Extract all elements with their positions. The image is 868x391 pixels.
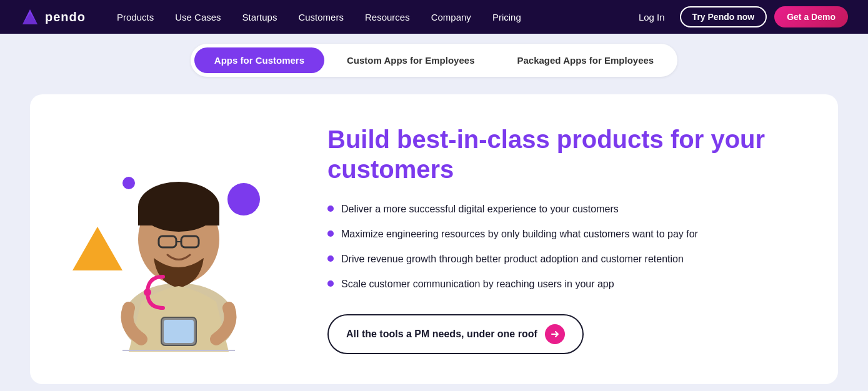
bullet-text-3: Drive revenue growth through better prod… <box>341 252 684 267</box>
tab-packaged-apps-employees[interactable]: Packaged Apps for Employees <box>497 47 674 73</box>
circle-purple-shape <box>227 183 260 215</box>
nav-company[interactable]: Company <box>422 8 480 26</box>
illustration-side <box>60 127 297 352</box>
arc-shape <box>141 270 185 314</box>
bullet-dot-1 <box>327 205 334 212</box>
bullet-list: Deliver a more successful digital experi… <box>327 202 798 292</box>
svg-rect-11 <box>164 320 194 343</box>
cta-arrow-icon <box>545 324 565 344</box>
nav-customers[interactable]: Customers <box>289 8 352 26</box>
bullet-text-4: Scale customer communication by reaching… <box>341 277 614 292</box>
bullet-text-1: Deliver a more successful digital experi… <box>341 202 619 217</box>
nav-startups[interactable]: Startups <box>234 8 286 26</box>
bullet-text-2: Maximize engineering resources by only b… <box>341 227 698 242</box>
try-pendo-button[interactable]: Try Pendo now <box>680 6 767 27</box>
navbar: pendo Products Use Cases Startups Custom… <box>0 0 868 34</box>
content-card: Build best-in-class products for your cu… <box>30 94 838 384</box>
bullet-item-1: Deliver a more successful digital experi… <box>327 202 798 217</box>
nav-resources[interactable]: Resources <box>356 8 419 26</box>
tab-custom-apps-employees[interactable]: Custom Apps for Employees <box>327 47 494 73</box>
nav-actions: Log In Try Pendo now Get a Demo <box>631 6 848 27</box>
svg-rect-6 <box>138 207 219 225</box>
logo[interactable]: pendo <box>20 7 86 27</box>
bullet-item-2: Maximize engineering resources by only b… <box>327 227 798 242</box>
small-circle-shape <box>122 177 135 189</box>
bullet-dot-2 <box>327 230 334 237</box>
tab-apps-customers[interactable]: Apps for Customers <box>194 47 324 73</box>
bullet-item-3: Drive revenue growth through better prod… <box>327 252 798 267</box>
tab-bar: Apps for Customers Custom Apps for Emplo… <box>0 34 868 77</box>
get-demo-button[interactable]: Get a Demo <box>774 6 848 27</box>
login-button[interactable]: Log In <box>631 8 672 26</box>
nav-pricing[interactable]: Pricing <box>484 8 530 26</box>
bullet-dot-4 <box>327 280 334 287</box>
nav-products[interactable]: Products <box>108 8 162 26</box>
svg-marker-1 <box>22 13 37 24</box>
triangle-shape <box>72 227 122 270</box>
nav-items: Products Use Cases Startups Customers Re… <box>108 8 631 26</box>
bullet-dot-3 <box>327 255 334 262</box>
bullet-item-4: Scale customer communication by reaching… <box>327 277 798 292</box>
tab-container: Apps for Customers Custom Apps for Emplo… <box>191 44 677 77</box>
cta-label: All the tools a PM needs, under one roof <box>346 329 537 340</box>
hero-title: Build best-in-class products for your cu… <box>327 124 798 184</box>
nav-use-cases[interactable]: Use Cases <box>166 8 229 26</box>
logo-text: pendo <box>45 10 86 24</box>
cta-button[interactable]: All the tools a PM needs, under one roof <box>327 314 584 354</box>
text-side: Build best-in-class products for your cu… <box>327 124 798 354</box>
svg-point-2 <box>144 289 151 296</box>
main-content: Build best-in-class products for your cu… <box>0 77 868 391</box>
